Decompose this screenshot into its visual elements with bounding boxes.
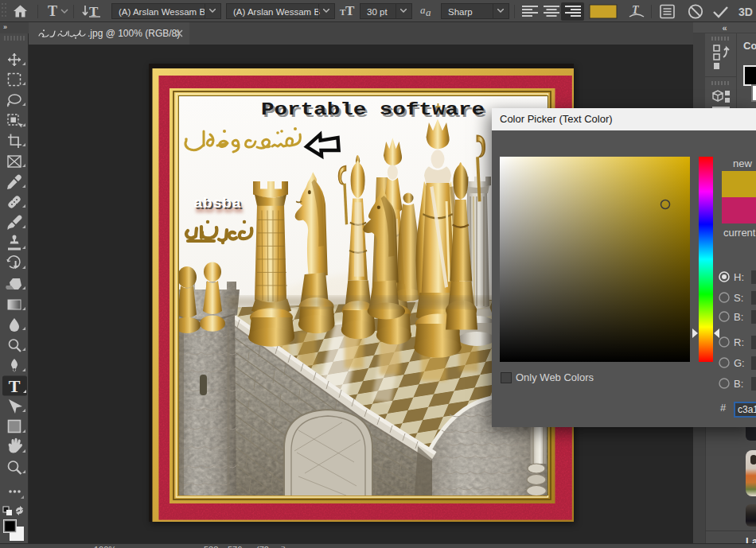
svg-text:H:: H:: [734, 271, 744, 283]
svg-text:S:: S:: [734, 292, 743, 304]
svg-text:B:: B:: [734, 378, 743, 390]
svg-text:T: T: [9, 376, 21, 396]
svg-text:a: a: [420, 4, 426, 16]
svg-text:3D: 3D: [738, 6, 753, 18]
svg-text:a: a: [426, 6, 431, 18]
svg-text:R:: R:: [734, 336, 744, 348]
svg-text:Portable software: Portable software: [261, 100, 485, 120]
svg-text:B:: B:: [734, 311, 743, 323]
svg-text:absba: absba: [194, 194, 242, 211]
svg-text:T: T: [48, 3, 57, 19]
svg-text:G:: G:: [734, 357, 745, 369]
svg-text:T: T: [345, 3, 355, 18]
